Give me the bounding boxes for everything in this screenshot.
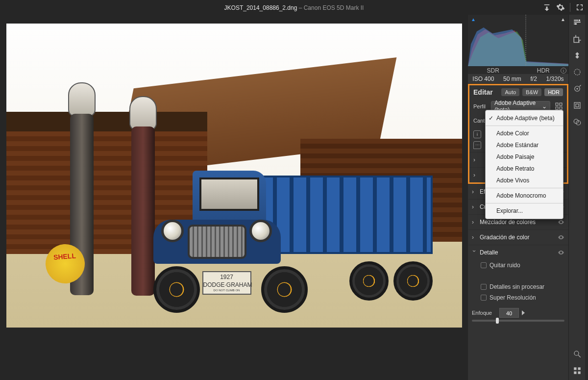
sharpen-label: Enfoque <box>472 310 496 316</box>
profile-browser-icon[interactable] <box>555 102 563 110</box>
grid-view-icon[interactable] <box>573 366 582 375</box>
divider <box>570 3 570 12</box>
profile-dropdown-menu[interactable]: Adobe Adaptive (beta) Adobe Color Adobe … <box>485 110 564 219</box>
zoom-icon[interactable] <box>573 350 582 358</box>
profile-option[interactable]: Adobe Retrato <box>486 163 563 175</box>
edit-panel-highlighted: Editar Auto B&W HDR Perfil Adobe Adaptiv… <box>468 84 568 184</box>
histogram[interactable]: ▲ ▲ <box>468 15 568 66</box>
info-badge-icon[interactable]: i <box>473 130 481 138</box>
eye-icon[interactable] <box>558 219 564 226</box>
gear-icon[interactable] <box>556 3 565 12</box>
section-light-label <box>481 156 483 163</box>
bw-button[interactable]: B&W <box>522 88 541 96</box>
profile-option-browse[interactable]: Explorar... <box>486 205 563 217</box>
info-icon[interactable]: i <box>561 68 566 74</box>
raw-details-row[interactable]: Detalles sin procesar <box>468 281 568 292</box>
svg-point-5 <box>579 20 580 21</box>
chevron-right-icon: › <box>472 219 477 226</box>
svg-rect-1 <box>556 103 558 105</box>
raw-details-label: Detalles sin procesar <box>490 283 544 290</box>
chevron-right-icon: › <box>472 234 477 241</box>
export-icon[interactable] <box>542 3 551 12</box>
histogram-plot <box>468 15 568 66</box>
exif-strip: ISO 400 50 mm f/2 1/320s <box>468 74 568 84</box>
section-gradacion[interactable]: › Gradación de color <box>468 229 568 245</box>
super-res-checkbox[interactable] <box>481 295 487 301</box>
svg-rect-4 <box>560 107 562 109</box>
fullscreen-icon[interactable] <box>575 3 584 12</box>
profile-option[interactable]: Adobe Estándar <box>486 139 563 151</box>
title-bar: JKOST_2014_08886_2.dng – Canon EOS 5D Ma… <box>0 0 588 15</box>
eye-icon[interactable] <box>558 234 564 241</box>
chevron-right-icon: › <box>472 203 477 210</box>
eye-icon[interactable] <box>558 249 564 256</box>
svg-point-15 <box>574 351 579 355</box>
super-res-row[interactable]: Super Resolución <box>468 292 568 303</box>
sharpen-value[interactable]: 40 <box>499 308 519 318</box>
plate-year: 1927 <box>203 274 250 281</box>
hdr-button[interactable]: HDR <box>544 88 563 96</box>
profile-option[interactable]: Adobe Color <box>486 127 563 139</box>
photo-preview[interactable]: SHELL 1927 DODGE·GRAHAM DO NOT CLIMB ON <box>6 24 462 328</box>
panel-scrollbar[interactable] <box>585 15 588 380</box>
versions-icon[interactable] <box>573 118 582 127</box>
topbar-actions <box>542 3 584 12</box>
svg-rect-2 <box>560 103 562 105</box>
edit-sliders-icon[interactable] <box>573 18 582 26</box>
svg-rect-12 <box>576 104 579 107</box>
edit-side-panel: ▲ ▲ SDR HDR i ISO 400 50 mm <box>468 15 568 380</box>
crop-icon[interactable] <box>573 34 582 43</box>
sdr-label: SDR <box>468 67 518 74</box>
denoise-label: Quitar ruido <box>490 262 520 269</box>
title-separator: – <box>297 4 303 11</box>
right-stack: ▲ ▲ SDR HDR i ISO 400 50 mm <box>468 15 588 380</box>
svg-line-10 <box>579 85 581 87</box>
profile-option[interactable]: Adobe Paisaje <box>486 151 563 163</box>
filename: JKOST_2014_08886_2.dng <box>224 4 297 11</box>
plate-warn: DO NOT CLIMB ON <box>203 289 250 293</box>
main-row: SHELL 1927 DODGE·GRAHAM DO NOT CLIMB ON … <box>0 15 588 380</box>
profile-option[interactable]: Adobe Monocromo <box>486 190 563 202</box>
redeye-icon[interactable] <box>573 84 582 93</box>
svg-rect-18 <box>578 367 580 370</box>
exif-focal: 50 mm <box>503 76 521 82</box>
comment-icon[interactable]: ⋯ <box>473 141 481 149</box>
denoise-row[interactable]: Quitar ruido <box>468 260 568 271</box>
super-res-label: Super Resolución <box>490 294 536 301</box>
tonemap-bar: SDR HDR i <box>468 66 568 74</box>
svg-rect-19 <box>574 372 576 374</box>
healing-icon[interactable] <box>573 51 582 60</box>
sharpen-slider[interactable] <box>472 320 564 322</box>
sharpen-row: Enfoque 40 <box>468 303 568 320</box>
section-detalle[interactable]: › Detalle <box>468 245 568 260</box>
license-plate: 1927 DODGE·GRAHAM DO NOT CLIMB ON <box>202 271 251 295</box>
chevron-right-icon: › <box>473 156 478 163</box>
denoise-checkbox[interactable] <box>481 262 487 268</box>
svg-rect-17 <box>574 367 576 370</box>
section-color-label <box>481 172 483 178</box>
profile-option[interactable]: Adobe Vivos <box>486 175 563 186</box>
edit-header: Editar Auto B&W HDR <box>469 85 567 99</box>
chevron-right-icon: › <box>472 188 477 195</box>
plate-name: DODGE·GRAHAM <box>203 281 250 289</box>
svg-point-7 <box>574 69 580 75</box>
auto-button[interactable]: Auto <box>501 88 519 96</box>
edit-title: Editar <box>473 88 498 96</box>
presets-icon[interactable] <box>573 101 582 110</box>
svg-rect-11 <box>574 102 580 108</box>
svg-point-6 <box>575 23 576 25</box>
svg-point-9 <box>576 88 578 90</box>
expand-triangle-icon[interactable] <box>522 310 525 315</box>
chevron-down-icon: ⌄ <box>542 103 547 110</box>
document-title: JKOST_2014_08886_2.dng – Canon EOS 5D Ma… <box>224 4 364 11</box>
chevron-right-icon: › <box>473 172 478 178</box>
section-gradacion-label: Gradación de color <box>480 234 529 241</box>
svg-rect-20 <box>578 372 580 374</box>
section-detalle-label: Detalle <box>480 249 498 256</box>
section-mezclador-label: Mezclador de colores <box>480 219 536 226</box>
raw-details-checkbox[interactable] <box>481 284 487 290</box>
mask-circle-icon[interactable] <box>573 68 582 76</box>
app-root: JKOST_2014_08886_2.dng – Canon EOS 5D Ma… <box>0 0 588 380</box>
profile-option-adaptive[interactable]: Adobe Adaptive (beta) <box>486 112 563 124</box>
chevron-down-icon: › <box>471 250 478 255</box>
